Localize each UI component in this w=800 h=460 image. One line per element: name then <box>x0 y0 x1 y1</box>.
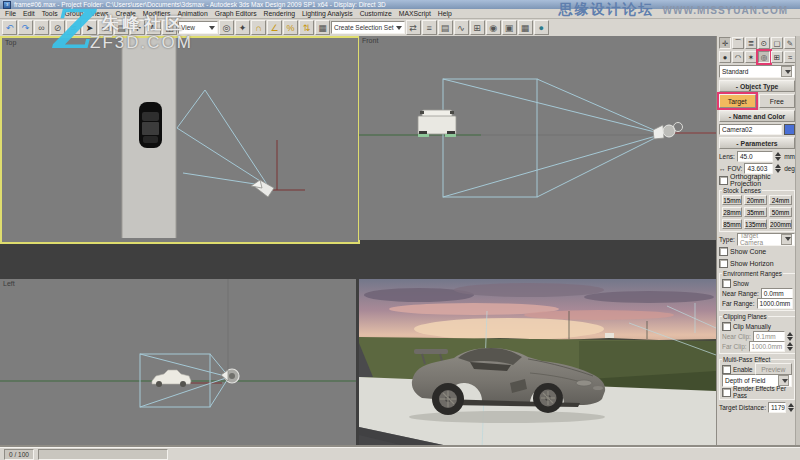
tab-motion[interactable]: ⊙ <box>758 37 770 49</box>
show-cone-checkbox[interactable]: Show Cone <box>719 246 795 256</box>
menu-item[interactable]: Modifiers <box>140 10 174 17</box>
curve-editor-icon[interactable]: ∿ <box>454 20 469 35</box>
layer-manager-icon[interactable]: ▤ <box>438 20 453 35</box>
tab-display[interactable]: ▢ <box>771 37 783 49</box>
menu-item[interactable]: Tools <box>39 10 61 17</box>
orthographic-projection-checkbox[interactable]: Orthographic Projection <box>719 175 795 185</box>
unlink-icon[interactable]: ⊘ <box>50 20 65 35</box>
near-clip-spinner[interactable] <box>787 332 794 341</box>
menu-item[interactable]: Animation <box>174 10 210 17</box>
angle-snap-icon[interactable]: ∠ <box>267 20 282 35</box>
select-rotate-icon[interactable]: ↻ <box>146 20 161 35</box>
far-clip-field[interactable]: 1000.0mm <box>749 341 786 352</box>
tab-modify[interactable]: ⌒ <box>732 37 744 49</box>
render-production-icon[interactable]: ● <box>534 20 549 35</box>
menu-item[interactable]: Lighting Analysis <box>299 10 356 17</box>
fov-field[interactable]: 43.603 <box>744 163 773 174</box>
select-by-name-icon[interactable]: ▤ <box>114 20 129 35</box>
preview-button[interactable]: Preview <box>755 363 792 375</box>
stock-lens-button[interactable]: 50mm <box>769 207 792 217</box>
align-icon[interactable]: ≡ <box>422 20 437 35</box>
menu-item[interactable]: Help <box>435 10 455 17</box>
redo-icon[interactable]: ↷ <box>18 20 33 35</box>
viewport-front[interactable]: Front <box>359 36 716 240</box>
camera-object-top[interactable] <box>251 180 274 197</box>
viewport-top-label[interactable]: Top <box>5 39 16 46</box>
tab-create[interactable]: ✛ <box>719 37 731 49</box>
far-clip-spinner[interactable] <box>787 342 794 351</box>
use-pivot-center-icon[interactable]: ◎ <box>219 20 234 35</box>
menu-item[interactable]: Edit <box>20 10 38 17</box>
category-cameras[interactable]: ◎ <box>758 51 770 63</box>
menu-item[interactable]: Group <box>62 10 87 17</box>
camera-object-front[interactable] <box>653 123 683 140</box>
menu-item[interactable]: MAXScript <box>396 10 434 17</box>
clip-manually-checkbox[interactable]: Clip Manually <box>722 321 794 331</box>
selection-region-icon[interactable]: ▭ <box>98 20 113 35</box>
rollout-parameters[interactable]: - Parameters <box>719 137 795 149</box>
select-manipulate-icon[interactable]: ✦ <box>235 20 250 35</box>
far-range-field[interactable]: 1000.0mm <box>757 298 794 309</box>
stock-lens-button[interactable]: 135mm <box>744 219 767 229</box>
category-geometry[interactable]: ● <box>719 51 731 63</box>
viewport-left[interactable]: Left <box>0 279 356 460</box>
object-category-dropdown[interactable]: Standard <box>719 65 795 78</box>
select-scale-icon[interactable]: ◱ <box>162 20 177 35</box>
viewport-front-label[interactable]: Front <box>362 37 378 44</box>
stock-lens-button[interactable]: 28mm <box>722 207 742 217</box>
lens-spinner[interactable] <box>775 152 782 161</box>
percent-snap-icon[interactable]: % <box>283 20 298 35</box>
menu-item[interactable]: Graph Editors <box>212 10 260 17</box>
viewport-top[interactable]: Top <box>0 36 360 244</box>
rendered-frame-icon[interactable]: ▦ <box>518 20 533 35</box>
snaps-toggle-icon[interactable]: ∩ <box>251 20 266 35</box>
menu-item[interactable]: Create <box>112 10 138 17</box>
category-shapes[interactable]: ◠ <box>732 51 744 63</box>
selection-set-dropdown[interactable]: Create Selection Set <box>331 21 405 34</box>
stock-lens-button[interactable]: 24mm <box>769 195 792 205</box>
material-editor-icon[interactable]: ◉ <box>486 20 501 35</box>
car-front-view[interactable] <box>418 110 456 137</box>
object-name-field[interactable]: Camera02 <box>719 124 782 135</box>
camera-type-dropdown[interactable]: Target Camera <box>737 233 795 246</box>
viewport-camera02[interactable] <box>359 279 716 460</box>
fov-direction-flyout[interactable]: ↔ <box>719 165 726 172</box>
bind-spacewarp-icon[interactable]: ≋ <box>66 20 81 35</box>
show-horizon-checkbox[interactable]: Show Horizon <box>719 258 795 268</box>
render-setup-icon[interactable]: ▣ <box>502 20 517 35</box>
car-top-view[interactable] <box>139 102 162 148</box>
panel-scrollbar[interactable] <box>795 36 800 460</box>
car-side-view[interactable] <box>152 370 191 387</box>
stock-lens-button[interactable]: 20mm <box>744 195 767 205</box>
undo-icon[interactable]: ↶ <box>2 20 17 35</box>
stock-lens-button[interactable]: 35mm <box>744 207 767 217</box>
rollout-object-type[interactable]: - Object Type <box>719 80 795 92</box>
target-distance-spinner[interactable] <box>788 403 795 412</box>
render-effects-per-pass-checkbox[interactable]: Render Effects Per Pass <box>722 387 792 397</box>
category-lights[interactable]: ✶ <box>745 51 757 63</box>
select-object-icon[interactable]: ➤ <box>82 20 97 35</box>
stock-lens-button[interactable]: 200mm <box>769 219 792 229</box>
category-helpers[interactable]: ⊞ <box>771 51 783 63</box>
stock-lens-button[interactable]: 85mm <box>722 219 742 229</box>
env-show-checkbox[interactable]: Show <box>722 278 800 288</box>
lens-field[interactable]: 45.0 <box>737 151 773 162</box>
title-bar[interactable]: 3 frame#06.max - Project Folder: C:\User… <box>0 0 800 9</box>
fov-spinner[interactable] <box>775 164 782 173</box>
edit-named-selections-icon[interactable]: ▦ <box>315 20 330 35</box>
select-link-icon[interactable]: ∞ <box>34 20 49 35</box>
spinner-snap-icon[interactable]: ⇅ <box>299 20 314 35</box>
menu-item[interactable]: Views <box>87 10 111 17</box>
object-color-swatch[interactable] <box>784 124 795 135</box>
rollout-name-color[interactable]: - Name and Color <box>719 110 795 122</box>
tab-hierarchy[interactable]: ≣ <box>745 37 757 49</box>
viewport-left-label[interactable]: Left <box>3 280 15 287</box>
enable-checkbox[interactable] <box>722 365 731 374</box>
menu-item[interactable]: Rendering <box>261 10 298 17</box>
select-move-icon[interactable]: ✛ <box>130 20 145 35</box>
menu-item[interactable]: Customize <box>357 10 395 17</box>
target-camera-button[interactable]: Target <box>719 94 756 108</box>
target-distance-field[interactable]: 11792.75 <box>768 402 786 413</box>
reference-coordinate-dropdown[interactable]: View <box>178 21 218 34</box>
stock-lens-button[interactable]: 15mm <box>722 195 742 205</box>
